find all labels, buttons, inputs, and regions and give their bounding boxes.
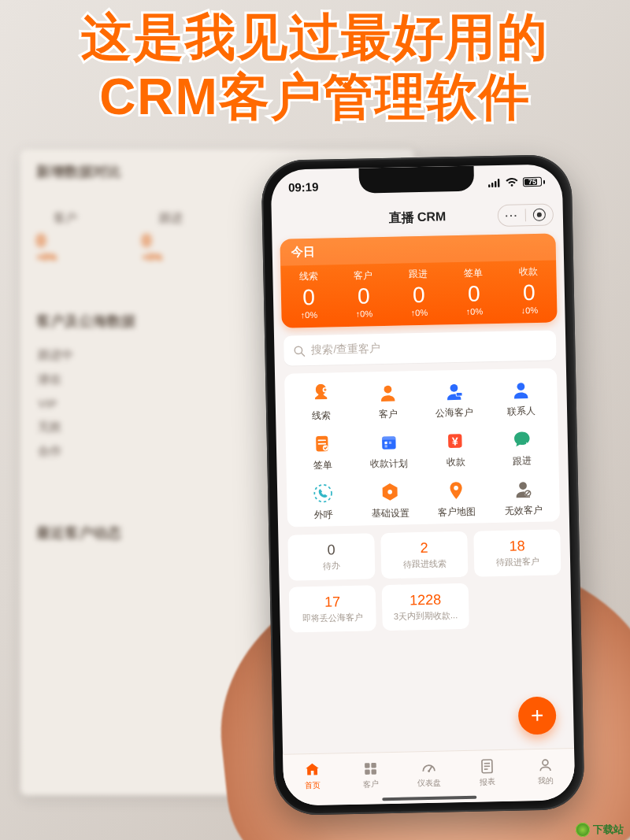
svg-rect-19 xyxy=(384,445,387,447)
module-label: 收款计划 xyxy=(370,457,408,471)
stat-线索[interactable]: 线索 0 ↑0% xyxy=(280,269,336,320)
task-label: 3天内到期收款... xyxy=(394,609,458,623)
report-icon xyxy=(478,757,495,775)
svg-point-25 xyxy=(519,482,527,490)
search-placeholder: 搜索/查重客户 xyxy=(311,342,380,357)
svg-rect-12 xyxy=(524,390,530,392)
stat-客户[interactable]: 客户 0 ↑0% xyxy=(335,268,391,319)
navbar: 直播 CRM ··· xyxy=(272,198,564,236)
stat-签单[interactable]: 签单 0 ↑0% xyxy=(446,266,502,316)
module-签单[interactable]: 签单 xyxy=(289,431,357,473)
tab-首页[interactable]: 首页 xyxy=(283,753,342,798)
task-label: 待办 xyxy=(323,560,340,572)
svg-rect-2 xyxy=(495,180,497,187)
tab-label: 首页 xyxy=(305,779,321,790)
module-grid: 线索 客户 公海客户 联系人 签单 收款计划¥ 收款 跟进 外呼 基础设置 客户… xyxy=(284,368,560,527)
stat-delta: ↑0% xyxy=(391,307,447,317)
module-label: 线索 xyxy=(312,409,331,422)
customer-icon xyxy=(376,381,400,405)
tab-bar: 首页 客户 仪表盘 报表 我的 xyxy=(283,748,575,806)
module-label: 基础设置 xyxy=(371,506,409,520)
follow-icon xyxy=(510,427,534,452)
task-card[interactable]: 2 待跟进线索 xyxy=(380,531,468,579)
module-跟进[interactable]: 跟进 xyxy=(488,427,556,468)
target-icon xyxy=(533,209,546,221)
task-card[interactable]: 18 待跟进客户 xyxy=(473,529,561,576)
stat-value: 0 xyxy=(447,281,502,307)
stat-收款[interactable]: 收款 0 ↓0% xyxy=(501,265,557,315)
svg-rect-1 xyxy=(491,183,494,187)
svg-rect-32 xyxy=(371,769,376,775)
add-fab[interactable]: + xyxy=(518,697,557,735)
watermark: 下载站 xyxy=(576,823,624,837)
module-客户地图[interactable]: 客户地图 xyxy=(423,478,491,520)
today-stats: 线索 0 ↑0%客户 0 ↑0%跟进 0 ↑0%签单 0 ↑0%收款 0 ↓0% xyxy=(280,260,558,327)
svg-rect-0 xyxy=(488,184,490,187)
svg-rect-10 xyxy=(457,393,462,396)
home-indicator xyxy=(382,796,476,801)
invalid-icon xyxy=(511,477,536,501)
module-外呼[interactable]: 外呼 xyxy=(290,481,358,523)
contact-icon xyxy=(509,378,533,402)
app-title: 直播 CRM xyxy=(388,209,446,227)
module-label: 无效客户 xyxy=(504,504,542,518)
sea-customer-icon xyxy=(442,379,466,404)
customer-tab-icon xyxy=(361,760,379,777)
module-客户[interactable]: 客户 xyxy=(354,380,422,422)
svg-rect-31 xyxy=(365,769,370,775)
watermark-badge-icon xyxy=(576,823,590,837)
settings-icon xyxy=(378,480,402,505)
wifi-icon xyxy=(506,177,518,187)
task-card[interactable]: 1228 3天内到期收款... xyxy=(382,583,469,631)
module-基础设置[interactable]: 基础设置 xyxy=(356,479,424,521)
payment-icon: ¥ xyxy=(443,429,468,453)
stat-跟进[interactable]: 跟进 0 ↑0% xyxy=(391,267,447,317)
svg-point-22 xyxy=(314,485,332,502)
svg-rect-3 xyxy=(498,178,500,187)
home-icon xyxy=(303,760,321,778)
module-label: 客户 xyxy=(379,408,398,421)
leads-icon xyxy=(309,382,333,406)
stat-label: 客户 xyxy=(335,268,391,283)
svg-text:¥: ¥ xyxy=(452,435,458,447)
tab-仪表盘[interactable]: 仪表盘 xyxy=(399,751,458,796)
tab-报表[interactable]: 报表 xyxy=(458,750,517,795)
close-miniprogram-button[interactable] xyxy=(526,204,554,225)
task-count: 0 xyxy=(327,542,335,558)
miniprogram-capsule[interactable]: ··· xyxy=(498,203,554,226)
task-card[interactable]: 17 即将丢公海客户 xyxy=(289,585,376,632)
tab-客户[interactable]: 客户 xyxy=(341,753,400,797)
task-count: 18 xyxy=(509,538,524,554)
module-label: 签单 xyxy=(313,458,332,472)
more-button[interactable]: ··· xyxy=(498,205,526,226)
phone-frame: 09:19 75 直播 CRM ··· xyxy=(261,154,584,816)
promo-title: 这是我见过最好用的 CRM客户管理软件 xyxy=(0,8,630,127)
module-公海客户[interactable]: 公海客户 xyxy=(421,379,488,420)
module-label: 外呼 xyxy=(314,508,333,521)
module-收款[interactable]: ¥ 收款 xyxy=(422,428,490,470)
tab-label: 我的 xyxy=(538,775,554,786)
search-input[interactable]: 搜索/查重客户 xyxy=(284,330,557,365)
tab-label: 仪表盘 xyxy=(417,777,441,789)
module-label: 收款 xyxy=(446,456,465,469)
stat-value: 0 xyxy=(336,283,392,309)
phone-screen: 09:19 75 直播 CRM ··· xyxy=(271,164,576,806)
plus-icon: + xyxy=(531,703,544,728)
module-联系人[interactable]: 联系人 xyxy=(487,377,555,419)
task-card[interactable]: 0 待办 xyxy=(287,533,375,580)
today-card: 今日 线索 0 ↑0%客户 0 ↑0%跟进 0 ↑0%签单 0 ↑0%收款 0 … xyxy=(280,233,557,327)
svg-rect-30 xyxy=(371,762,376,768)
stat-value: 0 xyxy=(281,284,337,310)
tab-我的[interactable]: 我的 xyxy=(516,749,575,794)
module-无效客户[interactable]: 无效客户 xyxy=(489,476,557,518)
dashboard-icon xyxy=(420,758,437,775)
module-线索[interactable]: 线索 xyxy=(287,382,355,424)
task-label: 待跟进线索 xyxy=(402,557,446,570)
tab-label: 报表 xyxy=(480,776,495,787)
task-cards: 0 待办2 待跟进线索18 待跟进客户17 即将丢公海客户1228 3天内到期收… xyxy=(287,529,562,632)
module-收款计划[interactable]: 收款计划 xyxy=(355,430,423,472)
task-label: 即将丢公海客户 xyxy=(302,612,363,625)
svg-rect-18 xyxy=(389,442,391,444)
battery-icon: 75 xyxy=(523,177,545,187)
stat-label: 线索 xyxy=(280,269,335,283)
